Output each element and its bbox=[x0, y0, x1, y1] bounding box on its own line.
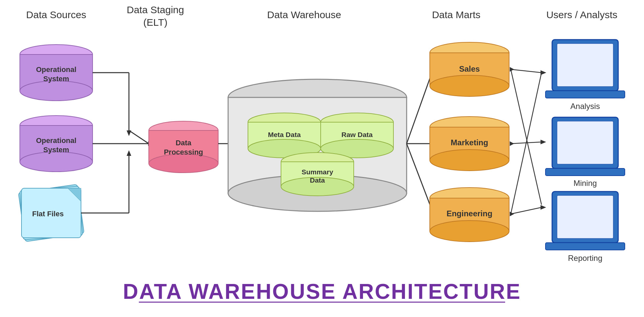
marketing-bottom bbox=[430, 150, 509, 171]
label-data-warehouse: Data Warehouse bbox=[267, 9, 341, 20]
arrow-sales-analysis bbox=[511, 69, 542, 73]
mining-laptop-base bbox=[545, 168, 625, 176]
arrow-eng-reporting bbox=[511, 207, 542, 214]
arrow-analysis-sales-head bbox=[510, 67, 514, 72]
diagram-container: Data Sources Data Staging (ELT) Data War… bbox=[0, 0, 644, 317]
dp-label-line2: Processing bbox=[164, 148, 203, 156]
arrow-dw-engineering bbox=[407, 144, 433, 213]
reporting-laptop-base bbox=[545, 243, 625, 250]
arrow-sales-reporting-cross bbox=[511, 69, 542, 205]
arrow-mm-head bbox=[541, 140, 546, 144]
summary-label-line1: Summary bbox=[302, 168, 333, 176]
summary-label-line2: Data bbox=[310, 176, 325, 184]
label-users-analysts: Users / Analysts bbox=[546, 9, 617, 20]
mining-label: Mining bbox=[574, 179, 597, 188]
arrow-op1-diag bbox=[129, 130, 149, 144]
label-data-staging-line1: Data Staging bbox=[127, 4, 184, 15]
arrow-er-head bbox=[541, 205, 546, 210]
reporting-laptop-screen-inner bbox=[557, 195, 613, 238]
arrow-mining-marketing-head bbox=[510, 141, 514, 146]
sales-label: Sales bbox=[459, 64, 480, 73]
reporting-label: Reporting bbox=[568, 254, 602, 263]
dp-bottom bbox=[149, 154, 218, 173]
op-sys-1-bottom bbox=[20, 81, 93, 101]
arrow-ff-head bbox=[127, 150, 131, 156]
main-title: DATA WAREHOUSE ARCHITECTURE bbox=[123, 280, 521, 303]
label-data-sources: Data Sources bbox=[26, 9, 86, 20]
flat-files-label: Flat Files bbox=[32, 210, 63, 218]
op-sys-2-bottom bbox=[20, 152, 93, 172]
analysis-laptop-base bbox=[545, 91, 625, 98]
arrow-ea-head bbox=[541, 70, 546, 75]
meta-label: Meta Data bbox=[268, 131, 301, 138]
arrow-reporting-eng-head bbox=[510, 212, 514, 216]
arrow-op1-v-head bbox=[127, 130, 131, 136]
arrow-dw-sales bbox=[407, 69, 433, 144]
op-sys-1-label-line2: System bbox=[43, 75, 69, 83]
analysis-laptop-screen-inner bbox=[557, 44, 613, 87]
engineering-bottom bbox=[430, 221, 509, 242]
analysis-label: Analysis bbox=[570, 102, 600, 111]
op-sys-1-label-line1: Operational bbox=[36, 65, 76, 74]
label-data-staging-line2: (ELT) bbox=[143, 17, 168, 28]
marketing-label: Marketing bbox=[451, 138, 488, 147]
main-diagram-svg: Data Sources Data Staging (ELT) Data War… bbox=[0, 0, 644, 317]
op-sys-2-label-line1: Operational bbox=[36, 136, 76, 145]
op-sys-2-label-line2: System bbox=[43, 146, 69, 154]
raw-label: Raw Data bbox=[342, 131, 373, 138]
sales-bottom bbox=[430, 75, 509, 96]
dp-label-line1: Data bbox=[176, 139, 191, 147]
label-data-marts: Data Marts bbox=[432, 9, 481, 20]
mining-laptop-screen-inner bbox=[557, 121, 613, 164]
engineering-label: Engineering bbox=[447, 209, 493, 218]
